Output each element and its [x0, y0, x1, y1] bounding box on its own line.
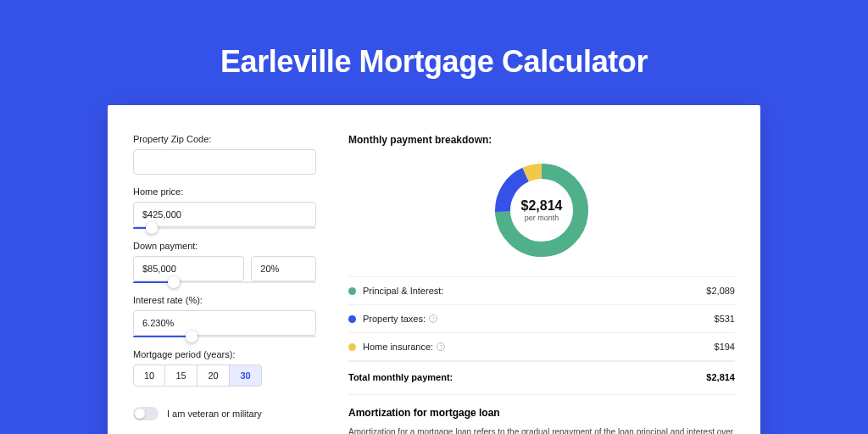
period-option-30[interactable]: 30	[230, 364, 262, 387]
breakdown-panel: Monthly payment breakdown: $2,814 per mo…	[337, 105, 760, 434]
down-payment-slider[interactable]	[133, 281, 316, 283]
zip-input[interactable]	[133, 149, 316, 175]
donut-amount: $2,814	[521, 198, 563, 214]
veteran-label: I am veteran or military	[167, 409, 262, 419]
total-value: $2,814	[706, 372, 735, 382]
interest-label: Interest rate (%):	[133, 295, 316, 305]
legend-label: Home insurance: ?	[363, 342, 715, 352]
period-group: 10 15 20 30	[133, 364, 316, 387]
amortization-section: Amortization for mortgage loan Amortizat…	[348, 394, 735, 434]
legend-dot	[348, 343, 356, 351]
period-option-10[interactable]: 10	[133, 364, 165, 387]
interest-input[interactable]	[133, 310, 316, 336]
donut-chart-wrap: $2,814 per month	[348, 154, 735, 277]
legend-value: $531	[715, 314, 735, 324]
down-payment-label: Down payment:	[133, 241, 316, 251]
period-label: Mortgage period (years):	[133, 349, 316, 359]
zip-label: Property Zip Code:	[133, 134, 316, 144]
breakdown-title: Monthly payment breakdown:	[348, 134, 735, 146]
page-title: Earleville Mortgage Calculator	[0, 0, 868, 105]
legend-value: $2,089	[706, 286, 735, 296]
calculator-card: Property Zip Code: Home price: Down paym…	[108, 105, 760, 434]
legend-dot	[348, 315, 356, 323]
home-price-slider[interactable]	[133, 227, 316, 229]
info-icon[interactable]: ?	[429, 314, 437, 323]
slider-thumb[interactable]	[186, 331, 198, 342]
amortization-text: Amortization for a mortgage loan refers …	[348, 426, 735, 434]
legend-row-taxes: Property taxes: ? $531	[348, 305, 735, 333]
interest-slider[interactable]	[133, 336, 316, 337]
home-price-label: Home price:	[133, 186, 316, 197]
slider-thumb[interactable]	[146, 222, 158, 234]
legend-row-principal: Principal & Interest: $2,089	[348, 277, 735, 305]
donut-chart: $2,814 per month	[491, 159, 593, 261]
legend-row-insurance: Home insurance: ? $194	[348, 333, 735, 361]
amortization-title: Amortization for mortgage loan	[348, 407, 735, 419]
down-payment-percent-input[interactable]	[251, 256, 316, 281]
toggle-knob	[135, 409, 145, 419]
legend-label: Property taxes: ?	[363, 314, 715, 324]
legend-dot	[348, 287, 356, 295]
veteran-toggle[interactable]	[133, 407, 159, 420]
total-label: Total monthly payment:	[348, 372, 453, 382]
period-option-20[interactable]: 20	[198, 364, 230, 387]
legend-label: Principal & Interest:	[363, 286, 706, 296]
total-row: Total monthly payment: $2,814	[348, 361, 735, 394]
down-payment-input[interactable]	[133, 256, 244, 281]
legend-value: $194	[715, 342, 735, 352]
donut-sub: per month	[525, 214, 559, 222]
slider-thumb[interactable]	[168, 276, 180, 288]
info-icon[interactable]: ?	[437, 342, 445, 351]
period-option-15[interactable]: 15	[165, 364, 198, 387]
form-panel: Property Zip Code: Home price: Down paym…	[108, 105, 337, 434]
home-price-input[interactable]	[133, 202, 316, 227]
